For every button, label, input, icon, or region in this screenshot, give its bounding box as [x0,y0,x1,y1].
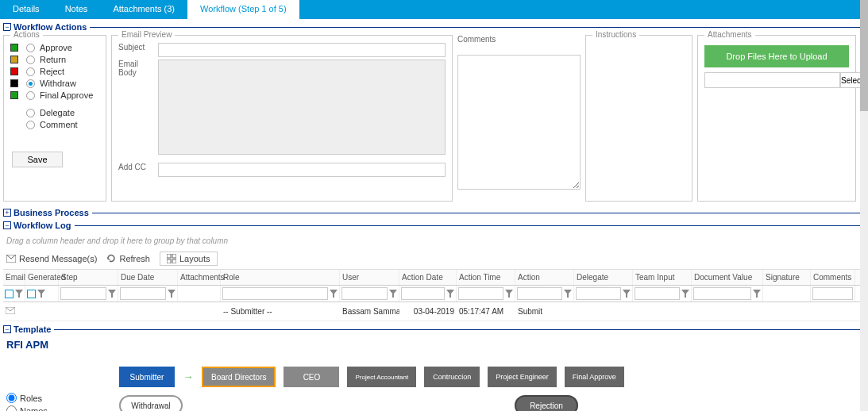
addcc-input[interactable] [158,163,446,177]
tab-bar: Details Notes Attachments (3) Workflow (… [0,0,868,19]
tab-details[interactable]: Details [0,0,52,19]
resend-button[interactable]: Resend Message(s) [6,254,97,263]
radio-comment[interactable] [26,121,35,129]
filter-deleg[interactable] [576,287,621,300]
node-ceo[interactable]: CEO [284,367,339,387]
action-reject[interactable]: Reject [10,67,99,76]
collapse-icon[interactable]: − [3,325,11,333]
panel-comments: Comments [457,35,581,202]
tab-workflow[interactable]: Workflow (Step 1 of 5) [187,0,299,19]
node-rejection[interactable]: Rejection [515,395,578,411]
scrollbar[interactable] [860,0,868,411]
action-approve[interactable]: Approve [10,43,99,52]
filter-icon[interactable] [15,290,23,298]
color-approve [10,44,18,52]
filter-check-email[interactable] [5,290,14,298]
node-submitter[interactable]: Submitter [119,367,175,387]
action-final-approve[interactable]: Final Approve [10,90,99,100]
radio-final[interactable] [26,91,35,100]
radio-delegate[interactable] [26,109,35,117]
envelope-icon [6,255,16,263]
filter-team[interactable] [635,287,680,300]
grouping-hint[interactable]: Drag a column header and drop it here to… [3,233,865,248]
refresh-button[interactable]: Refresh [106,254,150,263]
node-pe[interactable]: Project Engineer [488,367,557,387]
col-action[interactable]: Action [515,270,574,285]
tab-attachments[interactable]: Attachments (3) [100,0,187,19]
svg-rect-3 [167,259,171,263]
upload-button[interactable]: Drop Files Here to Upload [704,45,849,67]
filter-docval[interactable] [693,287,751,300]
filter-role[interactable] [222,287,328,300]
col-due-date[interactable]: Due Date [118,270,178,285]
filter-icon[interactable] [505,290,513,298]
arrow-icon: → [183,371,194,383]
col-comments[interactable]: Comments [811,270,855,285]
filter-comm[interactable] [812,287,853,300]
table-row[interactable]: -- Submitter -- Bassam Samman(Ba 03-04-2… [3,302,865,321]
col-role[interactable]: Role [221,270,340,285]
filter-adate[interactable] [401,287,445,300]
expand-icon[interactable]: + [3,209,11,217]
radio-return[interactable] [26,56,35,64]
node-pa[interactable]: Project Accountant [347,367,416,387]
col-team-input[interactable]: Team Input [633,270,692,285]
filter-icon[interactable] [564,290,572,298]
node-final[interactable]: Final Approve [565,367,624,387]
attach-path-input[interactable] [704,72,840,88]
grid-filter-row [3,286,865,302]
section-workflow-log: − Workflow Log [3,221,865,230]
envelope-icon [6,307,15,316]
col-action-time[interactable]: Action Time [457,270,515,285]
filter-icon[interactable] [389,290,397,298]
filter-check-gen[interactable] [27,290,36,298]
filter-user[interactable] [341,287,388,300]
body-textarea[interactable] [158,60,446,155]
col-action-date[interactable]: Action Date [399,270,457,285]
col-attachments[interactable]: Attachments [178,270,221,285]
col-step[interactable]: Step [59,270,118,285]
col-signature[interactable]: Signature [763,270,811,285]
node-withdrawal[interactable]: Withdrawal [119,395,183,411]
radio-names[interactable] [6,405,17,411]
radio-roles-row[interactable]: Roles [6,393,110,403]
filter-icon[interactable] [168,290,176,298]
tab-notes[interactable]: Notes [52,0,101,19]
filter-action[interactable] [517,287,562,300]
scrollbar-thumb[interactable] [860,0,868,111]
filter-step[interactable] [60,287,106,300]
col-user[interactable]: User [340,270,399,285]
label-subject: Subject [118,43,158,52]
collapse-icon[interactable]: − [3,221,11,229]
action-comment[interactable]: Comment [10,120,99,129]
col-email[interactable]: Email [3,270,25,285]
filter-icon[interactable] [623,290,631,298]
radio-roles[interactable] [6,393,17,403]
radio-approve[interactable] [26,44,35,52]
filter-due[interactable] [120,287,166,300]
action-withdraw[interactable]: Withdraw [10,79,99,88]
layouts-button[interactable]: Layouts [160,252,218,266]
filter-icon[interactable] [753,290,761,298]
comments-textarea[interactable] [457,55,581,190]
radio-names-row[interactable]: Names [6,405,110,411]
action-return[interactable]: Return [10,55,99,64]
legend-instructions: Instructions [592,30,639,39]
subject-input[interactable] [158,43,446,57]
filter-icon[interactable] [681,290,689,298]
cell-action: Submit [515,305,574,317]
filter-atime[interactable] [458,287,503,300]
radio-reject[interactable] [26,67,35,76]
col-doc-value[interactable]: Document Value [692,270,763,285]
radio-withdraw[interactable] [26,79,35,88]
filter-icon[interactable] [108,290,116,298]
col-generated[interactable]: Generated [25,270,59,285]
col-delegate[interactable]: Delegate [574,270,633,285]
filter-icon[interactable] [446,290,454,298]
save-button[interactable]: Save [12,152,63,167]
node-board[interactable]: Board Directors [202,367,276,387]
node-construction[interactable]: Contruccion [424,367,480,387]
filter-icon[interactable] [37,290,45,298]
filter-icon[interactable] [330,290,338,298]
action-delegate[interactable]: Delegate [10,108,99,117]
